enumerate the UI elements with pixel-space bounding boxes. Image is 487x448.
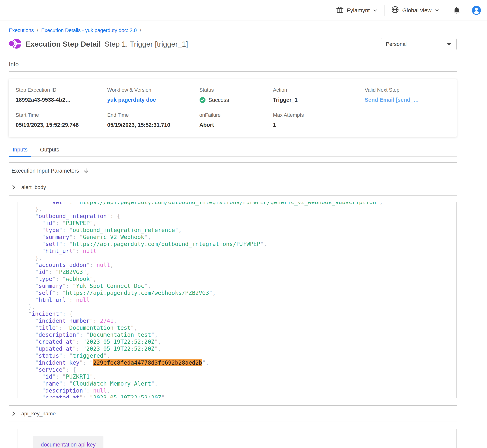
field-start-time: Start Time 05/19/2023, 15:52:29.748 (16, 112, 107, 128)
field-value: Trigger_1 (273, 97, 365, 103)
field-workflow-version: Workflow & Version yuk pagerduty doc (107, 87, 199, 103)
page-title: Execution Step Detail (25, 40, 101, 48)
field-label: End Time (107, 112, 199, 118)
info-card: Step Execution ID 18992a43-9538-4b2… Wor… (9, 79, 457, 137)
view-menu[interactable]: Global view (391, 6, 439, 15)
field-label: Action (273, 87, 365, 93)
title-row: Execution Step Detail Step 1: Trigger [t… (9, 38, 457, 51)
chevron-down-icon (435, 8, 439, 13)
chevron-right-icon (11, 184, 16, 190)
field-max-attempts: Max Attempts 1 (273, 112, 365, 128)
field-end-time: End Time 05/19/2023, 15:52:31.710 (107, 112, 199, 128)
scope-select-value: Personal (386, 41, 407, 47)
valid-next-step-link[interactable]: Send Email [send_… (365, 97, 419, 103)
api-key-name-chip: documentation api key (33, 436, 104, 448)
tab-outputs[interactable]: Outputs (36, 147, 63, 157)
alert-body-json-viewer[interactable]: "self": "https://api.pagerduty.com/outbo… (17, 202, 457, 398)
field-label: Max Attempts (273, 112, 365, 118)
info-divider (9, 71, 457, 72)
breadcrumb: Executions / Execution Details - yuk pag… (9, 28, 457, 33)
tab-bar: Inputs Outputs (9, 147, 457, 157)
org-menu-label: Fylamynt (347, 7, 370, 14)
field-value: 05/19/2023, 15:52:31.710 (107, 122, 199, 128)
user-avatar[interactable] (471, 6, 481, 15)
param-row-label: api_key_name (21, 411, 56, 417)
field-status: Status Success (199, 87, 273, 103)
breadcrumb-link-executions[interactable]: Executions (9, 28, 34, 33)
api-key-name-panel: documentation api key (17, 429, 457, 448)
field-value: 05/19/2023, 15:52:29.748 (16, 122, 107, 128)
field-label: Workflow & Version (107, 87, 199, 93)
notifications-bell-icon[interactable] (453, 6, 461, 15)
field-value: 1 (273, 122, 365, 128)
field-valid-next-step: Valid Next Step Send Email [send_… (365, 87, 450, 103)
download-arrow-icon[interactable] (83, 168, 89, 174)
globe-icon (391, 6, 399, 15)
success-check-icon (199, 97, 206, 103)
workflow-step-icon (9, 38, 21, 51)
field-value: 18992a43-9538-4b2… (16, 97, 107, 103)
scope-select[interactable]: Personal (381, 38, 457, 50)
workflow-link[interactable]: yuk pagerduty doc (107, 97, 156, 103)
field-on-failure: onFailure Abort (199, 112, 273, 128)
param-row-alert-body[interactable]: alert_body (9, 179, 457, 196)
field-label: Valid Next Step (365, 87, 450, 93)
main-content: Executions / Execution Details - yuk pag… (9, 28, 457, 448)
tab-inputs[interactable]: Inputs (9, 147, 31, 157)
organization-icon (336, 6, 344, 15)
param-row-label: alert_body (21, 184, 46, 190)
top-bar: Fylamynt Global view (0, 0, 487, 21)
topbar-divider (446, 5, 446, 16)
field-label: Status (199, 87, 273, 93)
org-menu[interactable]: Fylamynt (336, 6, 378, 15)
view-menu-label: Global view (402, 7, 431, 14)
caret-down-icon (446, 43, 452, 46)
field-step-execution-id: Step Execution ID 18992a43-9538-4b2… (16, 87, 107, 103)
breadcrumb-link-execution-details[interactable]: Execution Details - yuk pagerduty doc: 2… (41, 28, 137, 33)
field-label: Start Time (16, 112, 107, 118)
topbar-divider (384, 5, 384, 16)
breadcrumb-separator: / (140, 28, 141, 33)
breadcrumb-separator: / (37, 28, 38, 33)
field-label: Step Execution ID (16, 87, 107, 93)
field-value: Abort (199, 122, 273, 128)
field-label: onFailure (199, 112, 273, 118)
json-code-pre: "self": "https://api.pagerduty.com/outbo… (18, 202, 456, 398)
info-heading: Info (9, 61, 457, 68)
field-action: Action Trigger_1 (273, 87, 365, 103)
status-badge: Success (208, 97, 229, 103)
execution-input-parameters-header: Execution Input Parameters (9, 162, 457, 179)
chevron-right-icon (11, 411, 16, 416)
chevron-down-icon (373, 8, 378, 13)
page-subtitle: Step 1: Trigger [trigger_1] (105, 40, 188, 48)
param-row-api-key-name[interactable]: api_key_name (9, 406, 457, 422)
params-header-label: Execution Input Parameters (11, 168, 79, 174)
